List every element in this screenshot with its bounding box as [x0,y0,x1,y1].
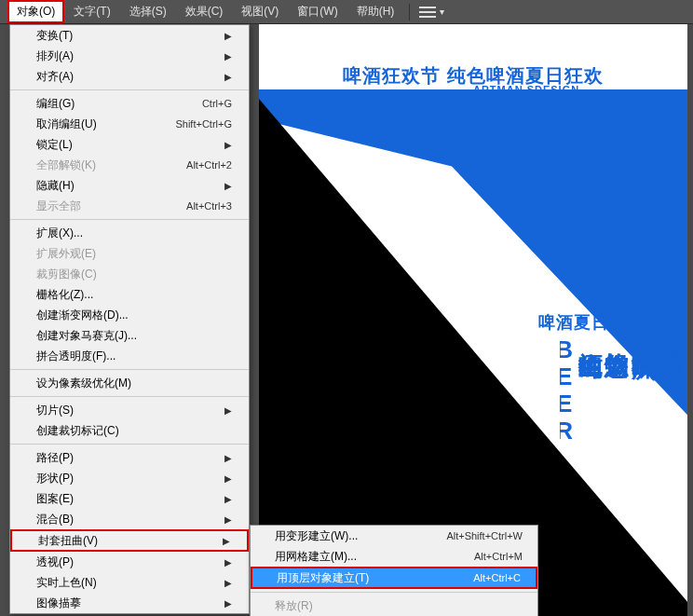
menu-item[interactable]: 排列(A)▶ [10,46,249,66]
menu-item: 全部解锁(K)Alt+Ctrl+2 [10,155,249,175]
menu-item[interactable]: 拼合透明度(F)... [10,346,249,366]
menu-window[interactable]: 窗口(W) [288,0,346,23]
chevron-down-icon[interactable]: ▾ [440,7,444,17]
menu-item: 扩展外观(E) [10,243,249,264]
menu-object[interactable]: 对象(O) [7,0,64,23]
menu-item[interactable]: 对齐(A)▶ [10,66,249,87]
menu-item: 显示全部Alt+Ctrl+3 [10,196,249,216]
menu-item[interactable]: 路径(P)▶ [10,447,249,468]
menu-item[interactable]: 编组(G)Ctrl+G [10,93,249,114]
menu-item[interactable]: 混合(B)▶ [10,509,249,529]
menu-item[interactable]: 透视(P)▶ [10,552,249,572]
menu-item[interactable]: 取消编组(U)Shift+Ctrl+G [10,114,249,134]
submenu-item[interactable]: 用网格建立(M)...Alt+Ctrl+M [251,546,537,567]
object-dropdown: 变换(T)▶排列(A)▶对齐(A)▶编组(G)Ctrl+G取消编组(U)Shif… [9,24,250,614]
menu-item[interactable]: 图案(E)▶ [10,488,249,509]
menu-item[interactable]: 图像描摹▶ [10,593,249,613]
workspace-switcher-icon[interactable] [419,7,436,18]
menu-item[interactable]: 实时上色(N)▶ [10,572,249,593]
vertical-text-header: 啤酒夏日狂欢 [538,311,687,334]
menu-view[interactable]: 视图(V) [232,0,288,23]
envelope-distort-submenu: 用变形建立(W)...Alt+Shift+Ctrl+W用网格建立(M)...Al… [250,525,538,616]
menu-item[interactable]: 创建对象马赛克(J)... [10,325,249,346]
menu-item[interactable]: 切片(S)▶ [10,400,249,420]
menu-item: 裁剪图像(C) [10,264,249,284]
menu-item[interactable]: 栅格化(Z)... [10,284,249,305]
menu-text[interactable]: 文字(T) [64,0,119,23]
menubar: 对象(O) 文字(T) 选择(S) 效果(C) 视图(V) 窗口(W) 帮助(H… [0,0,693,24]
menu-item[interactable]: 封套扭曲(V)▶ [10,529,249,552]
submenu-item[interactable]: 用变形建立(W)...Alt+Shift+Ctrl+W [251,526,537,546]
menu-item[interactable]: 隐藏(H)▶ [10,175,249,196]
menu-select[interactable]: 选择(S) [120,0,176,23]
submenu-item: 释放(R) [251,595,537,616]
menu-item[interactable]: 设为像素级优化(M) [10,373,249,393]
vertical-text-block: 冰爽夏日疯狂啤酒邀您畅饮纯生啤酒BEER冰爽啤酒CRAZYBEER啤酒节 [560,332,687,616]
cursor-icon: ↖ [605,593,617,608]
menu-item[interactable]: 创建渐变网格(D)... [10,305,249,325]
menu-divider [409,4,410,21]
menu-effect[interactable]: 效果(C) [176,0,233,23]
menu-item[interactable]: 形状(P)▶ [10,468,249,488]
submenu-item[interactable]: 用顶层对象建立(T)Alt+Ctrl+C [251,567,537,589]
menu-item[interactable]: 扩展(X)... [10,223,249,243]
menu-help[interactable]: 帮助(H) [347,0,404,23]
menu-item[interactable]: 变换(T)▶ [10,25,249,46]
menu-item[interactable]: 锁定(L)▶ [10,134,249,155]
menu-item[interactable]: 创建裁切标记(C) [10,420,249,441]
